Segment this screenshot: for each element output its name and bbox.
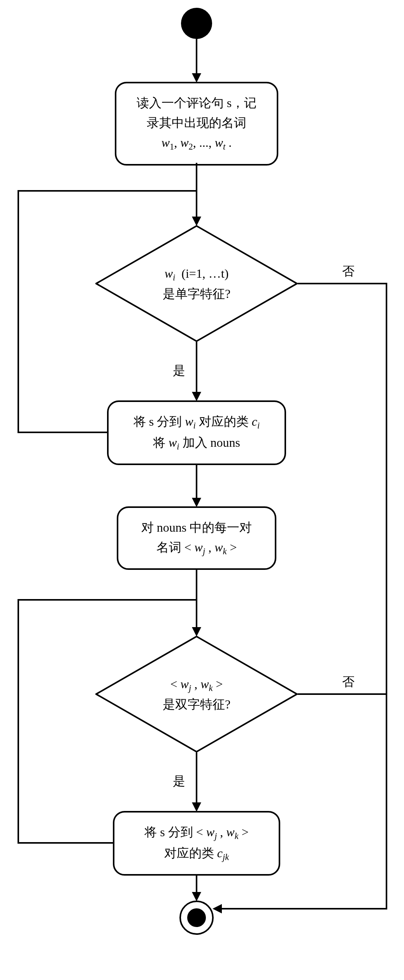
decision-text: wi (i=1, …t) 是单字特征? bbox=[126, 264, 267, 303]
arrow-head bbox=[192, 73, 201, 83]
process-read-sentence: 读入一个评论句 s，记 录其中出现的名词 w1, w2, ..., wt . bbox=[115, 82, 278, 166]
formula: w1, w2, ..., wt . bbox=[128, 133, 265, 154]
arrow-head bbox=[192, 892, 201, 901]
arrow bbox=[196, 39, 197, 74]
arrow bbox=[298, 693, 386, 695]
label-yes: 是 bbox=[171, 773, 187, 790]
text: 录其中出现的名词 bbox=[128, 113, 265, 133]
process-each-pair: 对 nouns 中的每一对 名词 < wj , wk > bbox=[117, 506, 276, 570]
text: 读入一个评论句 s，记 bbox=[128, 93, 265, 113]
arrow bbox=[18, 599, 19, 844]
flowchart-container: 读入一个评论句 s，记 录其中出现的名词 w1, w2, ..., wt . w… bbox=[8, 8, 396, 972]
arrow bbox=[196, 753, 197, 803]
start-node bbox=[181, 8, 212, 39]
arrow-head bbox=[192, 392, 201, 401]
decision-text: < wj , wk > 是双字特征? bbox=[126, 675, 267, 714]
decision-single-char-feature: wi (i=1, …t) 是单字特征? bbox=[95, 225, 298, 342]
label-no: 否 bbox=[341, 263, 356, 280]
text: 对 nouns 中的每一对 bbox=[130, 518, 263, 538]
arrow-head bbox=[192, 498, 201, 507]
text: 将 s 分到 wi 对应的类 ci bbox=[120, 412, 273, 433]
arrow bbox=[18, 432, 107, 433]
label-no: 否 bbox=[341, 673, 356, 691]
arrow bbox=[196, 874, 197, 893]
process-assign-class-cjk: 将 s 分到 < wj , wk > 对应的类 cjk bbox=[113, 811, 280, 876]
text: 对应的类 cjk bbox=[126, 843, 267, 864]
arrow bbox=[196, 342, 197, 393]
text: 名词 < wj , wk > bbox=[130, 538, 263, 559]
arrow bbox=[196, 569, 197, 628]
text: 将 s 分到 < wj , wk > bbox=[126, 822, 267, 843]
arrow-head bbox=[192, 802, 201, 812]
arrow bbox=[217, 908, 387, 909]
arrow bbox=[18, 599, 197, 601]
arrow-head bbox=[213, 904, 222, 913]
arrow bbox=[18, 842, 113, 844]
arrow bbox=[298, 283, 387, 284]
label-yes: 是 bbox=[171, 362, 187, 379]
text: 将 wi 加入 nouns bbox=[120, 433, 273, 454]
arrow bbox=[18, 190, 197, 192]
decision-double-char-feature: < wj , wk > 是双字特征? bbox=[95, 636, 298, 753]
arrow bbox=[18, 190, 19, 433]
arrow bbox=[196, 464, 197, 499]
process-assign-class-ci: 将 s 分到 wi 对应的类 ci 将 wi 加入 nouns bbox=[107, 400, 286, 465]
end-node bbox=[179, 901, 214, 935]
arrow bbox=[386, 283, 387, 908]
arrow-head bbox=[192, 217, 201, 226]
arrow-head bbox=[192, 627, 201, 636]
